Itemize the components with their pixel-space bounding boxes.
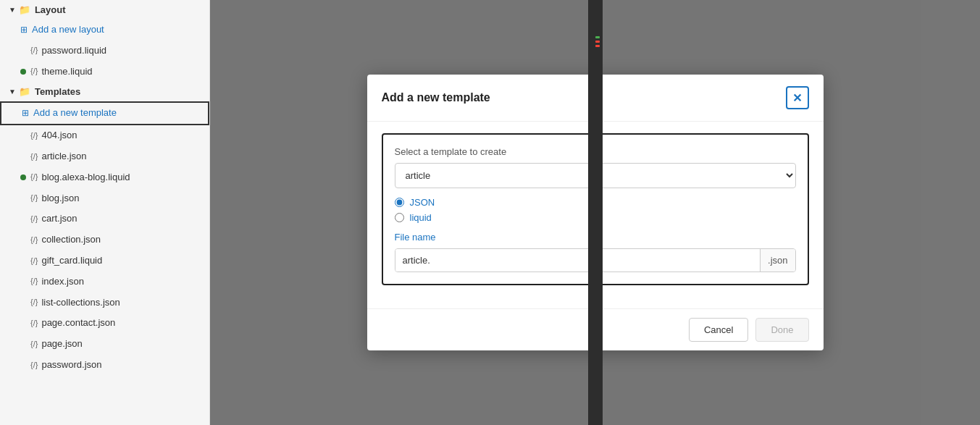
sidebar-item-gift-card[interactable]: {/} gift_card.liquid	[0, 251, 209, 272]
add-template-icon: ⊞	[22, 106, 29, 120]
file-name: cart.json	[41, 211, 77, 227]
close-icon: ✕	[792, 91, 802, 105]
layout-folder-label: Layout	[35, 4, 66, 15]
sidebar-item-list-collections[interactable]: {/} list-collections.json	[0, 293, 209, 314]
file-name: gift_card.liquid	[41, 253, 102, 269]
file-name-input[interactable]	[395, 249, 761, 272]
add-layout-label: Add a new layout	[32, 22, 104, 38]
file-name: index.json	[41, 274, 84, 290]
templates-folder-header[interactable]: ▼ 📁 Templates	[0, 82, 209, 101]
add-template-item[interactable]: ⊞ Add a new template	[0, 101, 209, 125]
editor-strip-dots	[595, 36, 600, 47]
file-name: blog.alexa-blog.liquid	[41, 170, 130, 185]
active-dot	[20, 69, 26, 75]
sidebar-item-page-contact[interactable]: {/} page.contact.json	[0, 313, 209, 334]
json-label: JSON	[410, 197, 435, 208]
sidebar-item-article[interactable]: {/} article.json	[0, 146, 209, 167]
liquid-label: liquid	[410, 212, 432, 223]
add-layout-icon: ⊞	[20, 23, 28, 37]
sidebar: ▼ 📁 Layout ⊞ Add a new layout {/} passwo…	[0, 0, 210, 425]
sidebar-item-cart[interactable]: {/} cart.json	[0, 209, 209, 230]
active-dot	[20, 174, 26, 180]
file-name: collection.json	[41, 232, 101, 248]
liquid-radio[interactable]	[395, 213, 404, 222]
strip-dot-red	[595, 41, 600, 43]
liquid-icon: {/}	[30, 44, 38, 57]
file-extension: .json	[760, 249, 795, 272]
sidebar-item-blog-alexa[interactable]: {/} blog.alexa-blog.liquid	[0, 167, 209, 188]
templates-folder-label: Templates	[35, 86, 80, 97]
strip-dot-green	[595, 36, 600, 38]
file-name: list-collections.json	[41, 295, 120, 311]
strip-dot-red2	[595, 45, 600, 47]
main-area: Add a new template ✕ Select a template t…	[210, 0, 980, 425]
cancel-button[interactable]: Cancel	[689, 318, 748, 342]
sidebar-item-theme-liquid[interactable]: {/} theme.liquid	[0, 62, 209, 83]
layout-arrow-icon: ▼	[9, 6, 16, 14]
add-layout-item[interactable]: ⊞ Add a new layout	[0, 20, 209, 41]
sidebar-item-blog[interactable]: {/} blog.json	[0, 188, 209, 209]
modal-title: Add a new template	[382, 91, 490, 104]
templates-arrow-icon: ▼	[9, 88, 16, 96]
editor-right-strip	[588, 0, 603, 425]
layout-folder-header[interactable]: ▼ 📁 Layout	[0, 0, 209, 20]
templates-folder-icon: 📁	[19, 86, 30, 97]
file-name: blog.json	[41, 191, 79, 206]
file-name: article.json	[41, 149, 86, 164]
sidebar-item-collection[interactable]: {/} collection.json	[0, 230, 209, 251]
json-radio[interactable]	[395, 198, 404, 207]
file-name: 404.json	[41, 128, 77, 143]
file-name: page.contact.json	[41, 316, 115, 331]
sidebar-item-page[interactable]: {/} page.json	[0, 334, 209, 355]
layout-folder-icon: 📁	[19, 4, 30, 15]
sidebar-item-password-liquid[interactable]: {/} password.liquid	[0, 41, 209, 62]
sidebar-item-404[interactable]: {/} 404.json	[0, 125, 209, 146]
file-name: password.json	[41, 358, 101, 373]
sidebar-item-password[interactable]: {/} password.json	[0, 355, 209, 376]
liquid-icon: {/}	[30, 65, 38, 78]
add-template-label: Add a new template	[33, 106, 117, 121]
file-name: page.json	[41, 337, 82, 352]
done-button[interactable]: Done	[755, 318, 808, 342]
sidebar-item-index[interactable]: {/} index.json	[0, 272, 209, 293]
file-name: password.liquid	[41, 43, 106, 59]
file-name: theme.liquid	[41, 64, 92, 80]
modal-close-button[interactable]: ✕	[786, 86, 809, 109]
